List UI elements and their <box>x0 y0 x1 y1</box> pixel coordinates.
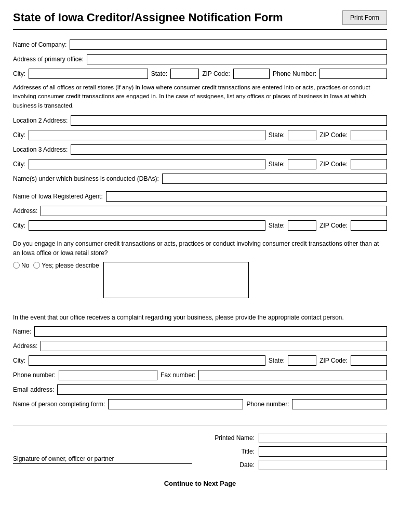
contact-zip-label: ZIP Code: <box>319 357 348 364</box>
contact-city-label: City: <box>13 357 25 364</box>
question-text: Do you engage in any consumer credit tra… <box>13 239 387 258</box>
title-row: Title: <box>208 446 387 457</box>
primary-address-row: Address of primary office: <box>13 54 387 64</box>
title-input[interactable] <box>259 446 387 457</box>
dba-input[interactable] <box>162 174 387 184</box>
city-label-3: City: <box>13 161 25 168</box>
location3-row: Location 3 Address: <box>13 144 387 155</box>
dba-row: Name(s) under which business is conducte… <box>13 174 387 184</box>
zip-input-3[interactable] <box>351 159 387 169</box>
describe-textarea[interactable] <box>103 262 249 298</box>
page-title: State of Iowa Creditor/Assignee Notifica… <box>13 11 283 24</box>
completing-label: Name of person completing form: <box>13 401 105 408</box>
contact-name-row: Name: <box>13 326 387 337</box>
contact-section-text: In the event that our office receives a … <box>13 313 387 322</box>
contact-address-row: Address: <box>13 341 387 351</box>
zip-input-1[interactable] <box>233 69 270 79</box>
signature-left: Signature of owner, officer or partner <box>13 433 192 464</box>
zip-label-4: ZIP Code: <box>319 222 348 229</box>
contact-address-input[interactable] <box>41 341 387 351</box>
contact-state-label: State: <box>269 357 285 364</box>
state-label-1: State: <box>151 70 167 77</box>
page-header: State of Iowa Creditor/Assignee Notifica… <box>13 10 387 30</box>
date-row: Date: <box>208 460 387 470</box>
zip-input-2[interactable] <box>351 130 387 140</box>
zip-input-4[interactable] <box>351 220 387 231</box>
printed-name-label: Printed Name: <box>208 434 255 442</box>
contact-name-label: Name: <box>13 328 31 335</box>
state-label-4: State: <box>269 222 285 229</box>
question-block: Do you engage in any consumer credit tra… <box>13 239 387 298</box>
company-name-label: Name of Company: <box>13 41 66 48</box>
title-label: Title: <box>208 448 255 455</box>
primary-address-label: Address of primary office: <box>13 56 84 63</box>
radio-no[interactable] <box>13 262 20 269</box>
primary-address-input[interactable] <box>87 54 387 64</box>
registered-agent-input[interactable] <box>106 191 387 202</box>
radio-yes-text: Yes; please describe <box>42 262 99 269</box>
city-label-4: City: <box>13 222 25 229</box>
email-row: Email address: <box>13 384 387 395</box>
city-label-1: City: <box>13 70 25 77</box>
signature-section: Signature of owner, officer or partner P… <box>13 425 387 470</box>
state-input-1[interactable] <box>170 69 199 79</box>
radio-yes-label[interactable]: Yes; please describe <box>33 262 99 269</box>
location2-row: Location 2 Address: <box>13 115 387 126</box>
radio-yes[interactable] <box>33 262 40 269</box>
phone-fax-row: Phone number: Fax number: <box>13 370 387 380</box>
completing-phone-input[interactable] <box>292 399 387 409</box>
contact-name-input[interactable] <box>34 326 387 337</box>
state-label-3: State: <box>269 161 285 168</box>
city-row-3: City: State: ZIP Code: <box>13 159 387 169</box>
state-label-2: State: <box>269 131 285 139</box>
radio-no-label[interactable]: No <box>13 262 29 269</box>
company-name-input[interactable] <box>70 39 387 50</box>
registered-agent-row: Name of Iowa Registered Agent: <box>13 191 387 202</box>
date-label: Date: <box>208 461 255 469</box>
location3-input[interactable] <box>71 144 387 155</box>
address-row: Address: <box>13 206 387 216</box>
date-input[interactable] <box>259 460 387 470</box>
zip-label-1: ZIP Code: <box>202 70 230 77</box>
printed-name-row: Printed Name: <box>208 433 387 443</box>
state-input-4[interactable] <box>288 220 316 231</box>
completing-row: Name of person completing form: Phone nu… <box>13 399 387 409</box>
sig-label: Signature of owner, officer or partner <box>13 455 114 462</box>
radio-no-text: No <box>21 262 29 269</box>
info-paragraph: Addresses of all offices or retail store… <box>13 83 387 110</box>
address-label: Address: <box>13 207 37 215</box>
contact-state-input[interactable] <box>288 355 316 366</box>
city-row-4: City: State: ZIP Code: <box>13 220 387 231</box>
continue-text: Continue to Next Page <box>13 480 387 487</box>
contact-zip-input[interactable] <box>351 355 387 366</box>
city-label-2: City: <box>13 131 25 139</box>
registered-agent-label: Name of Iowa Registered Agent: <box>13 193 103 200</box>
phone-input-1[interactable] <box>319 69 387 79</box>
state-input-3[interactable] <box>288 159 316 169</box>
city-input-2[interactable] <box>29 130 265 140</box>
completing-phone-label: Phone number: <box>246 401 289 408</box>
state-input-2[interactable] <box>288 130 316 140</box>
email-input[interactable] <box>57 384 387 395</box>
city-input-3[interactable] <box>29 159 265 169</box>
question-inline: Do you engage in any consumer credit tra… <box>13 239 387 298</box>
fax-label: Fax number: <box>161 371 195 379</box>
signature-right: Printed Name: Title: Date: <box>208 433 387 470</box>
fax-input[interactable] <box>198 370 387 380</box>
zip-label-2: ZIP Code: <box>319 131 348 139</box>
printed-name-input[interactable] <box>259 433 387 443</box>
dba-label: Name(s) under which business is conducte… <box>13 175 159 182</box>
location2-input[interactable] <box>71 115 387 126</box>
completing-input[interactable] <box>108 399 243 409</box>
city-input-4[interactable] <box>29 220 265 231</box>
email-label: Email address: <box>13 386 54 393</box>
contact-city-input[interactable] <box>29 355 265 366</box>
phone-num-input[interactable] <box>59 370 157 380</box>
city-input-1[interactable] <box>29 69 148 79</box>
zip-label-3: ZIP Code: <box>319 161 348 168</box>
print-button[interactable]: Print Form <box>342 10 387 25</box>
city-row-2: City: State: ZIP Code: <box>13 130 387 140</box>
company-name-row: Name of Company: <box>13 39 387 50</box>
address-input[interactable] <box>41 206 387 216</box>
city-row-1: City: State: ZIP Code: Phone Number: <box>13 69 387 79</box>
